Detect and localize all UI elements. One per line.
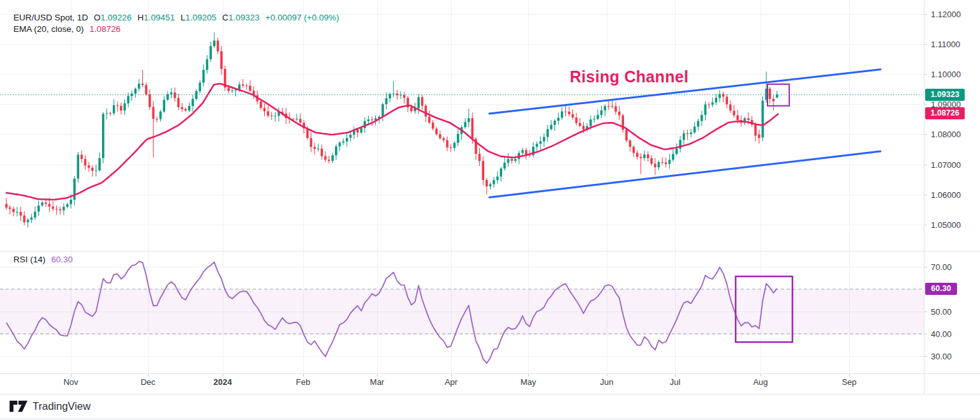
candle-body — [299, 119, 302, 123]
tradingview-chart: EUR/USD Spot, 1D O1.09226 H1.09451 L1.09… — [0, 0, 980, 420]
candle-body — [264, 108, 266, 111]
main-legend: EUR/USD Spot, 1D O1.09226 H1.09451 L1.09… — [13, 13, 339, 36]
rsi-axis-label: 40.00 — [931, 329, 952, 339]
candle-body — [525, 150, 528, 154]
candle-body — [658, 162, 660, 167]
price-axis-label: 1.11000 — [931, 40, 960, 49]
candle-body — [16, 212, 19, 213]
candle-body — [167, 94, 169, 100]
candle-body — [600, 110, 603, 115]
candle-body — [453, 143, 456, 148]
candle-body — [572, 114, 574, 117]
candle-body — [242, 84, 244, 86]
candle-body — [650, 158, 653, 164]
price-axis-label: 1.10000 — [931, 70, 961, 79]
price-axis-label: 1.07000 — [931, 160, 961, 170]
candle-body — [220, 51, 223, 69]
time-axis-label: Dec — [140, 377, 155, 387]
time-axis-label: Sep — [842, 377, 856, 387]
candle-body — [471, 118, 474, 139]
candle-body — [238, 84, 241, 89]
candle-body — [80, 154, 83, 159]
candle-body — [443, 139, 445, 140]
tradingview-logo[interactable]: TradingView — [9, 400, 91, 413]
rising-channel-lower-line[interactable] — [489, 151, 880, 197]
candle-body — [557, 117, 560, 121]
candle-body — [607, 106, 610, 107]
candle-body — [672, 154, 674, 160]
candle-body — [457, 134, 459, 143]
candle-body — [368, 119, 370, 121]
rising-channel-label[interactable]: Rising Channel — [570, 68, 688, 86]
change-value: +0.00097 (+0.09%) — [265, 13, 339, 22]
candle-body — [510, 159, 513, 161]
candle-body — [317, 149, 320, 149]
candle-body — [260, 101, 262, 108]
candle-body — [410, 107, 413, 111]
candle-body — [209, 46, 212, 59]
candle-body — [417, 97, 420, 109]
time-axis-label: Jun — [600, 377, 614, 387]
candle-body — [12, 209, 15, 212]
candle-body — [188, 106, 191, 110]
candle-body — [561, 112, 563, 118]
candle-body — [199, 83, 202, 91]
candle-body — [160, 112, 162, 119]
symbol-title[interactable]: EUR/USD Spot, 1D — [13, 13, 88, 22]
candle-body — [521, 150, 524, 153]
time-axis-label: Nov — [63, 377, 78, 387]
candle-body — [468, 118, 470, 122]
candle-body — [758, 135, 761, 139]
candle-body — [568, 112, 570, 114]
rsi-band — [0, 289, 924, 334]
candle-body — [217, 41, 219, 52]
candle-body — [106, 113, 108, 114]
candle-body — [339, 143, 341, 147]
candle-body — [536, 144, 538, 147]
candle-body — [632, 147, 635, 153]
candle-body — [736, 116, 739, 121]
candle-body — [170, 93, 173, 94]
candle-body — [704, 105, 707, 115]
ema-line[interactable] — [6, 84, 778, 200]
pane-separator[interactable] — [0, 251, 980, 251]
price-axis-label: 1.12000 — [931, 10, 961, 19]
ohlc-low: L1.09205 — [181, 13, 216, 22]
rsi-indicator-label[interactable]: RSI (14) — [13, 255, 45, 264]
candle-body — [48, 204, 51, 206]
candle-body — [163, 100, 165, 111]
candle-body — [715, 98, 718, 102]
ema-indicator-label[interactable]: EMA (20, close, 0) — [13, 24, 84, 34]
candle-body — [636, 153, 639, 157]
candle-body — [249, 86, 251, 91]
candle-body — [41, 202, 43, 206]
candle-body — [324, 156, 327, 160]
ohlc-high: H1.09451 — [137, 13, 175, 22]
candle-body — [45, 202, 47, 204]
tradingview-logo-text: TradingView — [33, 400, 91, 412]
candle-body — [191, 99, 194, 106]
candle-body — [500, 169, 502, 177]
candle-body — [432, 123, 434, 129]
candle-body — [669, 160, 671, 164]
candle-body — [206, 59, 209, 70]
page-bottom-border — [0, 419, 980, 419]
candle-body — [371, 119, 373, 120]
rsi-axis-label: 50.00 — [931, 307, 952, 317]
candle-body — [482, 161, 484, 180]
candle-body — [593, 119, 596, 119]
candle-body — [550, 125, 553, 130]
last-price-badge: 1.09323 — [925, 89, 965, 101]
candle-body — [134, 89, 137, 94]
time-axis-label: Apr — [445, 377, 457, 387]
rsi-value-badge: 60.30 — [925, 283, 957, 295]
candle-body — [228, 87, 230, 91]
candle-body — [676, 149, 678, 154]
candle-body — [274, 116, 277, 116]
chart-canvas[interactable] — [0, 0, 980, 420]
candle-body — [145, 85, 147, 94]
candle-body — [113, 105, 115, 114]
candle-body — [747, 118, 750, 120]
candle-body — [31, 218, 33, 220]
candle-body — [754, 124, 757, 135]
